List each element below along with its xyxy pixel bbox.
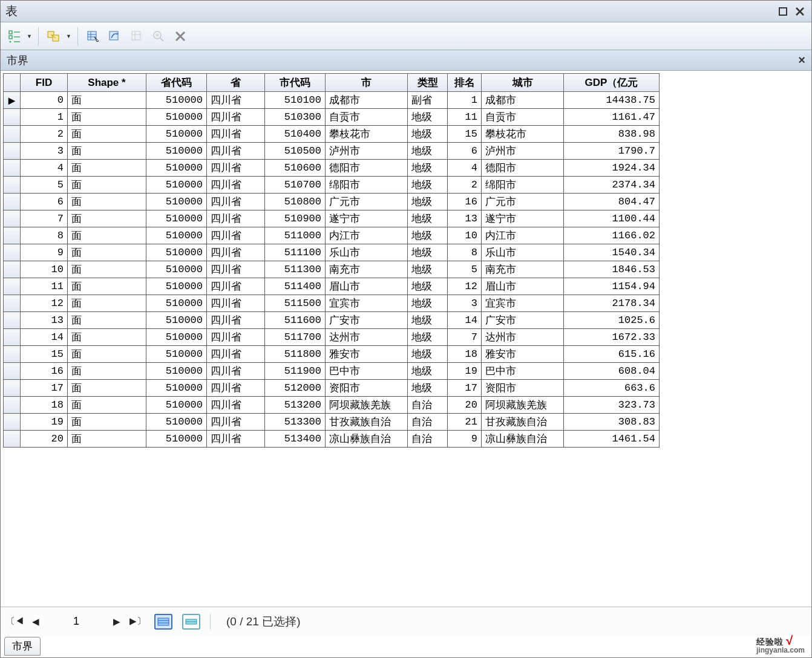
cell-fid[interactable]: 6 [21,194,68,210]
cell-cname[interactable]: 巴中市 [482,363,564,380]
cell-prov[interactable]: 四川省 [207,177,265,194]
cell-shape[interactable]: 面 [68,363,146,380]
cell-pcode[interactable]: 510000 [146,431,207,448]
related-tables-dropdown[interactable]: ▼ [64,26,73,47]
cell-prov[interactable]: 四川省 [207,278,265,295]
cell-shape[interactable]: 面 [68,329,146,346]
cell-prov[interactable]: 四川省 [207,329,265,346]
cell-gdp[interactable]: 1100.44 [564,210,660,227]
cell-city[interactable]: 攀枝花市 [326,126,408,143]
close-button[interactable] [793,5,807,18]
table-row[interactable]: 18面510000四川省513200阿坝藏族羌族自治20阿坝藏族羌族323.73 [4,397,660,414]
cell-rank[interactable]: 10 [448,227,482,244]
table-row[interactable]: 8面510000四川省511000内江市地级10内江市1166.02 [4,227,660,244]
cell-pcode[interactable]: 510000 [146,312,207,329]
cell-fid[interactable]: 4 [21,160,68,177]
cell-rank[interactable]: 21 [448,414,482,431]
cell-fid[interactable]: 16 [21,363,68,380]
cell-city[interactable]: 眉山市 [326,278,408,295]
table-options-button[interactable] [4,26,25,47]
cell-type[interactable]: 地级 [408,312,448,329]
cell-type[interactable]: 地级 [408,329,448,346]
cell-rank[interactable]: 12 [448,278,482,295]
cell-fid[interactable]: 2 [21,126,68,143]
cell-ccode[interactable]: 510100 [265,92,326,109]
cell-gdp[interactable]: 1461.54 [564,431,660,448]
cell-pcode[interactable]: 510000 [146,346,207,363]
row-selector[interactable] [4,244,21,261]
cell-ccode[interactable]: 513400 [265,431,326,448]
cell-pcode[interactable]: 510000 [146,363,207,380]
cell-type[interactable]: 地级 [408,210,448,227]
cell-cname[interactable]: 内江市 [482,227,564,244]
cell-city[interactable]: 南充市 [326,261,408,278]
cell-shape[interactable]: 面 [68,92,146,109]
cell-type[interactable]: 地级 [408,363,448,380]
cell-cname[interactable]: 资阳市 [482,380,564,397]
row-selector[interactable] [4,227,21,244]
cell-prov[interactable]: 四川省 [207,397,265,414]
cell-pcode[interactable]: 510000 [146,210,207,227]
cell-gdp[interactable]: 1846.53 [564,261,660,278]
cell-city[interactable]: 泸州市 [326,143,408,160]
cell-rank[interactable]: 17 [448,380,482,397]
cell-type[interactable]: 地级 [408,160,448,177]
cell-fid[interactable]: 20 [21,431,68,448]
cell-rank[interactable]: 20 [448,397,482,414]
cell-type[interactable]: 副省 [408,92,448,109]
row-selector[interactable] [4,160,21,177]
cell-city[interactable]: 达州市 [326,329,408,346]
next-record-button[interactable]: ▶ [110,614,124,629]
cell-prov[interactable]: 四川省 [207,414,265,431]
row-selector[interactable] [4,126,21,143]
cell-rank[interactable]: 16 [448,194,482,210]
cell-prov[interactable]: 四川省 [207,109,265,126]
cell-shape[interactable]: 面 [68,177,146,194]
cell-rank[interactable]: 14 [448,312,482,329]
show-selected-records-button[interactable] [182,614,200,630]
cell-city[interactable]: 巴中市 [326,363,408,380]
col-header-pcode[interactable]: 省代码 [146,74,207,92]
grid-scroll-area[interactable]: FID Shape * 省代码 省 市代码 市 类型 排名 城市 GDP（亿元 … [1,71,811,607]
cell-type[interactable]: 地级 [408,244,448,261]
cell-gdp[interactable]: 323.73 [564,397,660,414]
cell-rank[interactable]: 11 [448,109,482,126]
cell-gdp[interactable]: 608.04 [564,363,660,380]
cell-city[interactable]: 甘孜藏族自治 [326,414,408,431]
cell-shape[interactable]: 面 [68,143,146,160]
cell-cname[interactable]: 自贡市 [482,109,564,126]
table-row[interactable]: 15面510000四川省511800雅安市地级18雅安市615.16 [4,346,660,363]
cell-prov[interactable]: 四川省 [207,295,265,312]
clear-selection-button[interactable] [126,26,147,47]
close-layer-button[interactable]: × [798,53,805,67]
cell-pcode[interactable]: 510000 [146,194,207,210]
cell-fid[interactable]: 17 [21,380,68,397]
record-number-input[interactable] [49,614,103,630]
row-selector[interactable] [4,380,21,397]
maximize-button[interactable] [776,5,790,18]
cell-rank[interactable]: 4 [448,160,482,177]
cell-prov[interactable]: 四川省 [207,363,265,380]
cell-prov[interactable]: 四川省 [207,210,265,227]
cell-ccode[interactable]: 512000 [265,380,326,397]
cell-rank[interactable]: 19 [448,363,482,380]
cell-city[interactable]: 成都市 [326,92,408,109]
cell-ccode[interactable]: 511000 [265,227,326,244]
cell-type[interactable]: 地级 [408,177,448,194]
cell-rank[interactable]: 7 [448,329,482,346]
col-header-gdp[interactable]: GDP（亿元 [564,74,660,92]
row-selector[interactable] [4,177,21,194]
first-record-button[interactable]: 〔◀ [8,614,22,629]
cell-fid[interactable]: 3 [21,143,68,160]
cell-prov[interactable]: 四川省 [207,244,265,261]
table-options-dropdown[interactable]: ▼ [25,26,33,47]
cell-type[interactable]: 地级 [408,143,448,160]
cell-shape[interactable]: 面 [68,312,146,329]
row-selector[interactable] [4,414,21,431]
cell-ccode[interactable]: 511300 [265,261,326,278]
cell-shape[interactable]: 面 [68,397,146,414]
cell-type[interactable]: 地级 [408,346,448,363]
cell-gdp[interactable]: 804.47 [564,194,660,210]
cell-shape[interactable]: 面 [68,244,146,261]
cell-ccode[interactable]: 513200 [265,397,326,414]
